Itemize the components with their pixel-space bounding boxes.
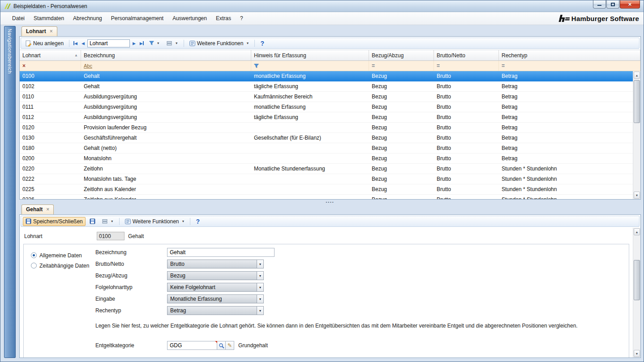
tab-close-icon[interactable]: ×	[50, 29, 53, 34]
last-record-button[interactable]: ▶	[138, 40, 145, 47]
column-header-lohnart[interactable]: Lohnart ▲	[20, 50, 81, 60]
filter-cell-hinweis[interactable]	[251, 61, 369, 71]
table-row[interactable]: 0110AusbildungsvergütungKaufmännischer B…	[20, 92, 633, 102]
lohnart-key-row: Lohnart Gehalt	[20, 228, 633, 240]
filter-cell-brutto-netto[interactable]: =	[434, 61, 499, 71]
brutto-netto-dropdown-button[interactable]: ▼	[257, 260, 264, 268]
bezug-abzug-dropdown-button[interactable]: ▼	[257, 271, 264, 280]
help-button[interactable]: ?	[258, 40, 267, 47]
navigation-panel-collapsed[interactable]: Navigationsbereich	[4, 26, 16, 358]
table-row[interactable]: 0220ZeitlohnMonatliche StundenerfassungB…	[20, 164, 633, 174]
export-button[interactable]: ▼	[164, 39, 181, 47]
menu-datei[interactable]: Datei	[8, 13, 29, 24]
eingabe-dropdown-button[interactable]: ▼	[257, 294, 264, 303]
table-row[interactable]: 0102Gehalttägliche ErfassungBezugBruttoB…	[20, 81, 633, 92]
save-button[interactable]	[87, 217, 98, 226]
filter-cell-bezug-abzug[interactable]: =	[369, 61, 434, 71]
tab-gehalt[interactable]: Gehalt ×	[21, 204, 54, 214]
new-button[interactable]: Neu anlegen	[23, 39, 66, 48]
bezug-abzug-select[interactable]: Bezug	[167, 271, 257, 280]
export-button[interactable]: ▼	[99, 217, 116, 226]
table-row[interactable]: 0222Monatslohn tats. TageBezugBruttoStun…	[20, 174, 633, 184]
scroll-up-button[interactable]: ▲	[634, 228, 640, 235]
edit-button[interactable]: ✎	[226, 341, 234, 350]
table-row[interactable]: 0200MonatslohnBezugBruttoBetrag	[20, 153, 633, 164]
save-close-button[interactable]: Speichern/Schließen	[23, 217, 86, 226]
tab-close-icon[interactable]: ×	[46, 207, 49, 212]
entgeltkategorie-input[interactable]	[167, 341, 217, 350]
radio-allgemeine-daten[interactable]: Allgemeine Daten	[31, 251, 92, 259]
panel-splitter[interactable]: ••••	[19, 200, 641, 204]
column-header-bezeichnung[interactable]: Bezeichnung	[81, 50, 251, 60]
scroll-thumb[interactable]	[634, 260, 640, 300]
brutto-netto-select[interactable]: Brutto	[167, 260, 257, 268]
equals-filter-icon: =	[437, 63, 440, 69]
menu-stammdaten[interactable]: Stammdaten	[29, 13, 69, 24]
form-scrollbar[interactable]: ▲ ▼	[633, 228, 640, 358]
menu-abrechnung[interactable]: Abrechnung	[69, 13, 107, 24]
scroll-track[interactable]	[633, 236, 640, 349]
filter-button[interactable]: ▼	[146, 39, 163, 47]
brand-name: Hamburger Software	[571, 15, 639, 22]
menu-personalmanagement[interactable]: Personalmanagement	[107, 13, 168, 24]
table-row[interactable]: 0180Gehalt (netto)BezugBruttoBetrag	[20, 143, 633, 153]
table-row[interactable]: 0226Zeitlohn aus KalenderBezugBruttoStun…	[20, 195, 633, 199]
filter-cell-lohnart[interactable]: ×	[20, 61, 81, 71]
scroll-down-button[interactable]: ▼	[634, 350, 640, 357]
maximize-button[interactable]	[606, 0, 619, 9]
radio-zeitabhaengige-daten[interactable]: Zeitabhängige Daten	[31, 262, 92, 269]
column-header-brutto-netto[interactable]: Brutto/Netto	[434, 50, 499, 60]
record-search-input[interactable]	[87, 39, 130, 47]
table-cell: Betrag	[499, 153, 633, 163]
table-cell: Monatslohn	[81, 153, 251, 163]
help-button[interactable]: ?	[193, 218, 202, 225]
grid-body: 0100Gehaltmonatliche ErfassungBezugBrutt…	[20, 71, 633, 199]
table-row[interactable]: 0112Ausbildungsvergütungtägliche Erfassu…	[20, 112, 633, 123]
table-cell: Brutto	[434, 133, 499, 143]
column-header-bezug-abzug[interactable]: Bezug/Abzug	[369, 50, 434, 60]
rechentyp-select[interactable]: Betrag	[167, 306, 257, 315]
tab-lohnart[interactable]: Lohnart ×	[21, 26, 57, 36]
select-value: Monatliche Erfassung	[170, 296, 222, 302]
menu-auswertungen[interactable]: Auswertungen	[168, 13, 211, 24]
previous-record-button[interactable]: ◀	[80, 40, 86, 47]
lohnart-number-field	[97, 232, 125, 240]
next-record-button[interactable]: ▶	[131, 40, 137, 47]
close-button[interactable]: ×	[620, 0, 640, 9]
more-functions-button[interactable]: Weitere Funktionen ▼	[187, 39, 252, 48]
eingabe-select[interactable]: Monatliche Erfassung	[167, 294, 257, 303]
menu-extras[interactable]: Extras	[211, 13, 236, 24]
table-cell: Brutto	[434, 153, 499, 163]
menu-help[interactable]: ?	[236, 13, 248, 24]
lookup-button[interactable]	[217, 341, 226, 350]
scroll-thumb[interactable]	[634, 80, 640, 123]
column-header-rechentyp[interactable]: Rechentyp	[499, 50, 640, 60]
filter-cell-rechentyp[interactable]: =	[499, 61, 640, 71]
table-row[interactable]: 0120Provision laufender BezugBezugBrutto…	[20, 123, 633, 133]
radio-unselected-icon	[31, 263, 37, 268]
folgelohnarttyp-dropdown-button[interactable]: ▼	[257, 283, 264, 292]
title-bar[interactable]: Beispieldaten - Personalwesen ×	[0, 0, 644, 12]
field-label: Rechentyp	[92, 307, 167, 314]
scroll-down-button[interactable]: ▼	[634, 192, 640, 199]
table-cell: Betrag	[499, 81, 633, 91]
more-functions-button[interactable]: Weitere Funktionen ▼	[122, 217, 188, 226]
filter-cell-bezeichnung[interactable]: Abc	[81, 61, 251, 71]
table-row[interactable]: 0225Zeitlohn aus KalenderBezugBruttoStun…	[20, 184, 633, 195]
column-header-hinweis[interactable]: Hinweis für Erfassung	[251, 50, 369, 60]
table-row[interactable]: 0100Gehaltmonatliche ErfassungBezugBrutt…	[20, 71, 633, 81]
table-cell: Stunden * Stundenlohn	[499, 195, 633, 199]
first-record-button[interactable]: ◀	[72, 40, 79, 47]
scroll-up-button[interactable]: ▲	[634, 72, 640, 79]
table-cell: Bezug	[369, 195, 434, 199]
grid-scrollbar[interactable]: ▲ ▼	[633, 71, 640, 199]
minimize-button[interactable]	[593, 0, 606, 9]
scroll-track[interactable]	[633, 79, 640, 191]
folgelohnarttyp-select[interactable]: Keine Folgelohnart	[167, 283, 257, 292]
table-row[interactable]: 0111Ausbildungsvergütungmonatliche Erfas…	[20, 102, 633, 112]
rechentyp-dropdown-button[interactable]: ▼	[257, 306, 264, 315]
tab-gehalt-label: Gehalt	[26, 206, 43, 213]
bezeichnung-input[interactable]	[167, 248, 275, 257]
table-row[interactable]: 0130GeschäftsführergehaltGesellschafter …	[20, 133, 633, 143]
app-icon	[4, 3, 11, 9]
